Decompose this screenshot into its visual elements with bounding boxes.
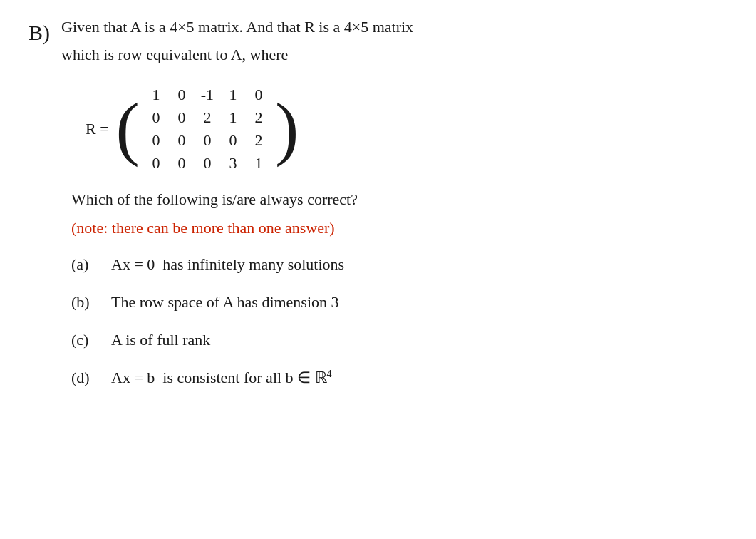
note-line: (note: there can be more than one answer…: [71, 215, 727, 240]
matrix-cell-r2c2: 0: [200, 128, 214, 153]
answer-text-b: The row space of A has dimension 3: [111, 289, 339, 314]
matrix-section: R = ( 1 0 -1 1 0 0 0 2 1 2 0 0 0 0: [86, 77, 727, 180]
matrix-label: R =: [86, 116, 109, 141]
matrix-cell-r1c2: 2: [200, 105, 214, 130]
matrix-cell-r2c1: 0: [175, 128, 189, 153]
matrix-cell-r3c0: 0: [149, 150, 163, 175]
matrix-cell-r2c4: 2: [252, 128, 266, 153]
answer-item-a: (a) Ax = 0 has infinitely many solutions: [71, 252, 727, 277]
part-label: B): [29, 16, 50, 50]
page: B) Given that A is a 4×5 matrix. And tha…: [29, 14, 727, 391]
answer-label-c: (c): [71, 327, 100, 352]
matrix-cell-r1c0: 0: [149, 105, 163, 130]
problem-line1: Given that A is a 4×5 matrix. And that R…: [61, 14, 727, 39]
answer-item-c: (c) A is of full rank: [71, 327, 727, 352]
matrix-cell-r0c1: 0: [175, 82, 189, 107]
matrix-cell-r3c3: 3: [226, 150, 240, 175]
matrix-cell-r3c2: 0: [200, 150, 214, 175]
question-line: Which of the following is/are always cor…: [71, 187, 727, 212]
matrix-cell-r0c3: 1: [226, 82, 240, 107]
answer-label-b: (b): [71, 289, 100, 314]
matrix-cell-r2c3: 0: [226, 128, 240, 153]
bracket-right: ): [275, 93, 299, 164]
matrix-cell-r1c3: 1: [226, 105, 240, 130]
matrix-cell-r2c0: 0: [149, 128, 163, 153]
answer-item-b: (b) The row space of A has dimension 3: [71, 289, 727, 314]
matrix-wrapper: ( 1 0 -1 1 0 0 0 2 1 2 0 0 0 0 2: [116, 77, 299, 180]
matrix-cell-r3c4: 1: [252, 150, 266, 175]
answers-section: (a) Ax = 0 has infinitely many solutions…: [71, 252, 727, 391]
problem-text: Given that A is a 4×5 matrix. And that R…: [61, 14, 727, 70]
matrix-cell-r0c0: 1: [149, 82, 163, 107]
answer-text-c: A is of full rank: [111, 327, 210, 352]
matrix-cell-r1c4: 2: [252, 105, 266, 130]
answer-item-d: (d) Ax = b is consistent for all b ∈ ℝ4: [71, 365, 727, 390]
answer-label-a: (a): [71, 252, 100, 277]
answer-label-d: (d): [71, 365, 100, 390]
problem-header: B) Given that A is a 4×5 matrix. And tha…: [29, 14, 727, 70]
answer-text-d: Ax = b is consistent for all b ∈ ℝ4: [111, 365, 332, 390]
matrix-grid: 1 0 -1 1 0 0 0 2 1 2 0 0 0 0 2 0 0 0: [143, 77, 272, 180]
problem-line2: which is row equivalent to A, where: [61, 42, 727, 67]
matrix-cell-r0c4: 0: [252, 82, 266, 107]
matrix-cell-r0c2: -1: [200, 82, 214, 107]
answer-text-a: Ax = 0 has infinitely many solutions: [111, 252, 344, 277]
matrix-cell-r3c1: 0: [175, 150, 189, 175]
bracket-left: (: [116, 93, 140, 164]
matrix-cell-r1c1: 0: [175, 105, 189, 130]
